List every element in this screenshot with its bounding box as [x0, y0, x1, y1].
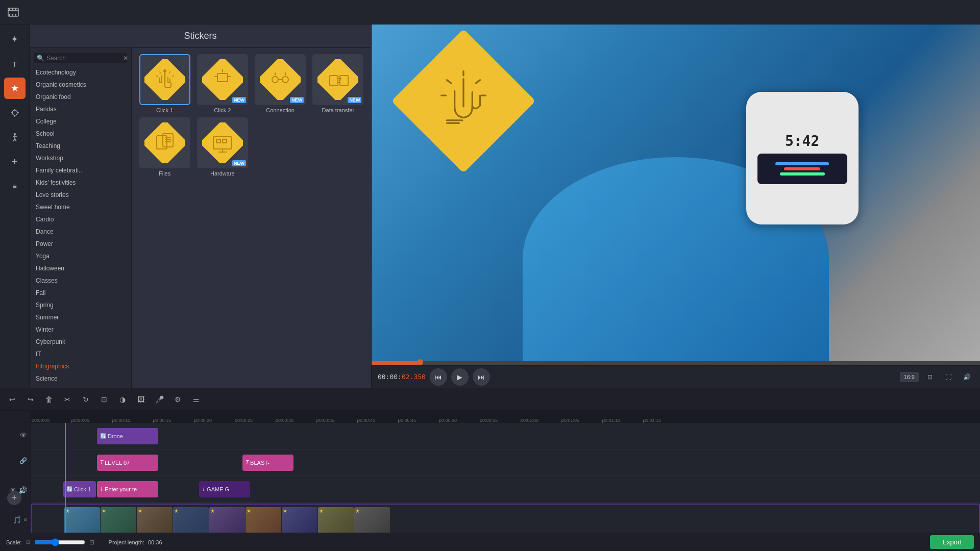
skip-back-button[interactable]: ⏮: [430, 368, 447, 386]
category-item[interactable]: Family celebrati...: [30, 164, 131, 177]
category-item[interactable]: Yoga: [30, 250, 131, 262]
sticker-thumb-click2[interactable]: NEW: [197, 54, 248, 105]
settings-button[interactable]: ⚙: [169, 391, 186, 408]
category-list: 🔍 ✕ Ecotechnology Organic cosmetics Orga…: [30, 48, 132, 388]
category-item[interactable]: College: [30, 115, 131, 128]
category-item[interactable]: Sweet home: [30, 201, 131, 213]
add-track-button[interactable]: +: [7, 491, 21, 505]
sticker-item-data-transfer[interactable]: NEW Data transfer: [311, 54, 365, 113]
ruler-mark-0: 00:00:00: [32, 418, 50, 423]
play-pause-button[interactable]: ▶: [451, 368, 469, 386]
film-icon[interactable]: [4, 3, 22, 21]
video-thumb-8[interactable]: [318, 507, 354, 533]
category-item[interactable]: School: [30, 128, 131, 140]
color-button[interactable]: ◑: [114, 391, 131, 408]
image-button[interactable]: 🖼: [133, 391, 149, 408]
sidebar-icon-stickers[interactable]: ★: [4, 78, 26, 99]
sidebar-icon-menu[interactable]: ≡: [4, 176, 26, 197]
delete-button[interactable]: 🗑: [41, 391, 57, 408]
sticker-item-files[interactable]: Files: [138, 117, 191, 177]
export-button[interactable]: Export: [930, 535, 974, 549]
clip-blast[interactable]: T BLAST-: [242, 455, 293, 471]
category-item[interactable]: Winter: [30, 323, 131, 336]
category-item[interactable]: Classes: [30, 274, 131, 287]
video-progress-handle[interactable]: [417, 359, 423, 365]
timeline-area: ↩ ↪ 🗑 ✂ ↻ ⊡ ◑ 🖼 🎤 ⚙ ⚌ 👁 🔗 👁 🔊: [0, 388, 980, 551]
fullscreen-icon[interactable]: ⛶: [941, 370, 955, 384]
sidebar-icon-add[interactable]: +: [4, 151, 26, 172]
category-search-input[interactable]: [46, 55, 123, 62]
video-thumb-5[interactable]: [209, 507, 245, 533]
sticker-thumb-data-transfer[interactable]: NEW: [312, 54, 363, 105]
category-item[interactable]: Spring: [30, 299, 131, 311]
new-badge-click2: NEW: [232, 97, 246, 103]
clip-click1[interactable]: 🔄 Click 1: [63, 481, 96, 497]
category-item[interactable]: Fall: [30, 287, 131, 299]
clip-enter-text[interactable]: T Enter your te: [97, 481, 158, 497]
category-item[interactable]: Summer: [30, 311, 131, 323]
skip-forward-button[interactable]: ⏭: [473, 368, 490, 386]
video-thumb-4[interactable]: [173, 507, 209, 533]
crop-button[interactable]: ⊡: [96, 391, 112, 408]
category-item[interactable]: Dance: [30, 226, 131, 238]
category-item[interactable]: Kids' festivities: [30, 177, 131, 189]
sidebar-icon-sport[interactable]: [4, 127, 26, 148]
category-item[interactable]: Organic food: [30, 91, 131, 103]
category-item[interactable]: Halloween: [30, 262, 131, 274]
video-thumb-3[interactable]: [137, 507, 173, 533]
playhead[interactable]: [65, 423, 66, 533]
svg-rect-8: [15, 14, 16, 16]
ruler-mark-75: 00:01:15: [643, 418, 661, 423]
video-progress-bar[interactable]: [372, 361, 980, 365]
sticker-thumb-files[interactable]: [139, 117, 190, 168]
sticker-item-click1[interactable]: Click 1: [138, 54, 191, 113]
scale-slider[interactable]: [34, 538, 85, 546]
equalizer-button[interactable]: ⚌: [188, 391, 204, 408]
category-item[interactable]: Cardio: [30, 213, 131, 226]
cut-button[interactable]: ✂: [59, 391, 76, 408]
sticker-item-click2[interactable]: NEW Click 2: [195, 54, 249, 113]
sticker-thumb-click1[interactable]: [139, 54, 190, 105]
sidebar-icon-transform[interactable]: [4, 102, 26, 123]
category-item[interactable]: Workshop: [30, 152, 131, 164]
category-search-box[interactable]: 🔍 ✕: [34, 53, 127, 63]
timeline-container: 👁 🔗 👁 🔊 🎵 × 00:00:00 00:00:05 00:0: [0, 411, 980, 533]
category-item[interactable]: Organic cosmetics: [30, 79, 131, 91]
category-item[interactable]: Love stories: [30, 189, 131, 201]
sticker-item-hardware[interactable]: NEW Hardware: [195, 117, 249, 177]
mute-icon[interactable]: ×: [23, 516, 27, 523]
category-item[interactable]: Pandas: [30, 103, 131, 115]
video-thumb-2[interactable]: [101, 507, 136, 533]
category-item[interactable]: Power: [30, 238, 131, 250]
clip-level07[interactable]: T LEVEL 07: [97, 455, 158, 471]
redo-button[interactable]: ↪: [22, 391, 39, 408]
mic-button[interactable]: 🎤: [151, 391, 167, 408]
undo-button[interactable]: ↩: [4, 391, 20, 408]
link-icon[interactable]: 🔗: [19, 457, 27, 464]
sticker-thumb-connection[interactable]: NEW: [255, 54, 306, 105]
category-item[interactable]: Cyberpunk: [30, 336, 131, 348]
ruler-mark-65: 00:01:05: [561, 418, 579, 423]
rotate-button[interactable]: ↻: [78, 391, 94, 408]
fit-screen-icon[interactable]: ⊡: [923, 370, 937, 384]
video-thumb-1[interactable]: [64, 507, 100, 533]
clip-game[interactable]: T GAME G: [199, 481, 250, 497]
video-thumb-7[interactable]: [282, 507, 317, 533]
video-thumb-9[interactable]: [354, 507, 390, 533]
clip-drone[interactable]: 🔄 Drone: [97, 428, 158, 444]
eye-icon-1[interactable]: 👁: [20, 431, 27, 439]
clear-search-icon[interactable]: ✕: [123, 55, 128, 62]
video-thumb-6[interactable]: [246, 507, 281, 533]
category-item[interactable]: Science: [30, 372, 131, 385]
aspect-ratio-button[interactable]: 16:9: [900, 372, 919, 382]
sticker-label-click1: Click 1: [156, 107, 173, 113]
category-item-infographics[interactable]: Infographics: [30, 360, 131, 372]
sidebar-icon-magic[interactable]: ✦: [4, 29, 26, 50]
sticker-thumb-hardware[interactable]: NEW: [197, 117, 248, 168]
category-item[interactable]: Teaching: [30, 140, 131, 152]
volume-icon[interactable]: 🔊: [960, 370, 974, 384]
sticker-item-connection[interactable]: NEW Connection: [254, 54, 307, 113]
sidebar-icon-titles[interactable]: T: [4, 53, 26, 74]
category-item[interactable]: IT: [30, 348, 131, 360]
category-item[interactable]: Ecotechnology: [30, 66, 131, 79]
